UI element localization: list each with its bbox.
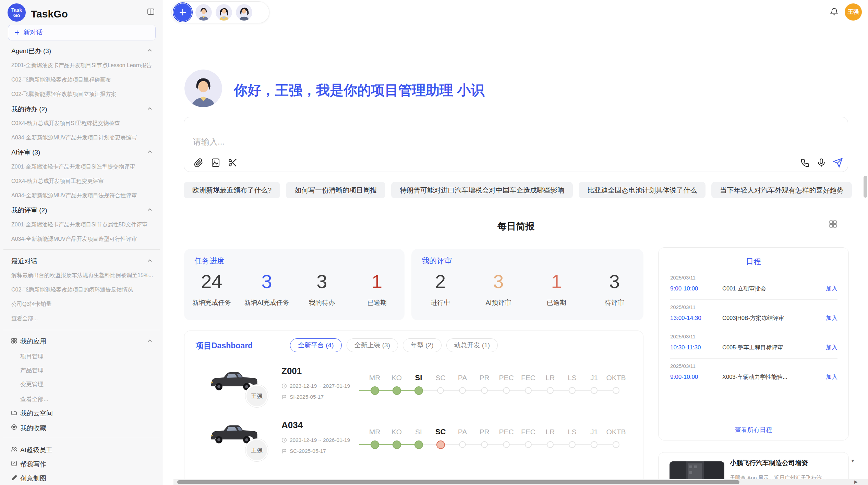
chevron-up-icon[interactable] — [147, 47, 153, 53]
sidebar-item[interactable]: Z001-全新燃油轻卡产品开发项目SI节点属性5D文件评审 — [11, 221, 156, 228]
logo-text-bottom: Go — [13, 13, 20, 18]
sidebar-item[interactable]: A034-全新新能源MUV产品开发项目造型可行性评审 — [11, 236, 156, 243]
section-recent-chats-header[interactable]: 最近对话 — [11, 257, 142, 266]
screenshot-icon[interactable] — [210, 158, 221, 168]
schedule-date: 2025/03/11 — [670, 275, 837, 281]
join-link[interactable]: 加入 — [826, 314, 837, 322]
stat-value: 3 — [294, 270, 350, 294]
pen-icon — [11, 474, 17, 481]
chat-input[interactable] — [193, 137, 707, 147]
join-link[interactable]: 加入 — [826, 344, 837, 351]
app-item-change-mgmt[interactable]: 变更管理 — [20, 380, 44, 388]
chevron-up-icon[interactable] — [147, 105, 153, 112]
milestone-dot — [503, 441, 510, 448]
section-my-review-header[interactable]: 我的评审 (2) — [11, 206, 142, 215]
milestone-label: MR — [364, 373, 386, 382]
schedule-date: 2025/03/11 — [670, 363, 837, 369]
creative-drawing[interactable]: 创意制图 — [20, 474, 46, 483]
layout-grid-icon[interactable] — [829, 220, 837, 228]
scroll-right-arrow-icon[interactable]: ▶ — [854, 479, 858, 484]
milestone-label: OKTB — [605, 427, 627, 436]
recent-chat-item[interactable]: C02-飞腾新能源轻客改款项目的闭环通告反馈情况 — [11, 286, 156, 294]
recent-chat-item[interactable]: 解释最新出台的欧盟报废车法规再生塑料比例被调至15%... — [11, 272, 156, 279]
join-link[interactable]: 加入 — [826, 373, 837, 381]
tab-upfit[interactable]: 全新上装 (3) — [347, 338, 398, 352]
milestone-dot — [371, 440, 379, 449]
sidebar-item[interactable]: Z001-全新燃油皮卡产品开发项目SI节点Lesson Learn报告 — [11, 62, 156, 69]
recent-chats-view-all[interactable]: 查看全部... — [11, 315, 156, 322]
milestone-dot — [591, 387, 598, 394]
suggestion-chip[interactable]: 特朗普可能对进口汽车增税会对中国车企造成哪些影响 — [391, 182, 573, 198]
schedule-entry: 2025/03/11 13:00-14:30 C003|H0B-方案冻结评审 加… — [670, 300, 837, 329]
tab-model-year[interactable]: 年型 (2) — [403, 338, 442, 352]
milestone-dot — [481, 441, 488, 448]
milestone-label: LR — [539, 373, 561, 382]
agent-avatar-2[interactable] — [216, 4, 232, 21]
app-item-product-mgmt[interactable]: 产品管理 — [20, 366, 44, 374]
attach-icon[interactable] — [193, 158, 204, 168]
chevron-up-icon[interactable] — [147, 207, 153, 213]
schedule-date: 2025/03/11 — [670, 304, 837, 310]
stat-value: 1 — [528, 270, 586, 294]
tab-powertrain[interactable]: 动总开发 (1) — [446, 338, 498, 352]
suggestion-chip[interactable]: 欧洲新规最近颁布了什么? — [184, 182, 280, 198]
sidebar-item[interactable]: C0X4-动力总成开发项目工程变更评审 — [11, 178, 156, 185]
suggestion-chip[interactable]: 比亚迪全固态电池计划具体说了什么 — [579, 182, 706, 198]
project-name[interactable]: A034 — [281, 420, 303, 431]
chevron-up-icon[interactable] — [147, 258, 153, 264]
sidebar-item[interactable]: A034-全新新能源MUV产品开发项目计划变更表编写 — [11, 134, 156, 141]
view-all-schedule-link[interactable]: 查看所有日程 — [659, 426, 848, 434]
milestone-label: MR — [364, 427, 386, 436]
ai-super-staff[interactable]: AI超级员工 — [20, 446, 52, 455]
new-chat-button[interactable]: 新对话 — [8, 25, 156, 40]
milestone-label: FEC — [517, 373, 539, 382]
join-link[interactable]: 加入 — [826, 285, 837, 293]
agent-avatar-3[interactable] — [236, 4, 252, 21]
section-agent-done-header[interactable]: Agent已办 (3) — [11, 47, 142, 55]
assistant-avatar — [184, 70, 222, 107]
my-apps-header[interactable]: 我的应用 — [20, 337, 46, 346]
app-item-project-mgmt[interactable]: 项目管理 — [20, 352, 44, 360]
project-name[interactable]: Z001 — [281, 366, 302, 376]
sidebar-item[interactable]: C0X4-动力总成开发项目SI里程碑提交物检查 — [11, 120, 156, 127]
sidebar-item[interactable]: C02-飞腾新能源轻客改款项目里程碑画布 — [11, 76, 156, 84]
my-favorites[interactable]: 我的收藏 — [20, 424, 46, 433]
section-my-todo-header[interactable]: 我的待办 (2) — [11, 105, 142, 114]
vertical-scrollbar-thumb[interactable] — [864, 176, 867, 198]
section-ai-review-header[interactable]: AI评审 (3) — [11, 148, 142, 157]
milestone-dot — [459, 441, 466, 448]
horizontal-scrollbar-thumb[interactable] — [177, 480, 739, 484]
tab-platform[interactable]: 全新平台 (4) — [290, 338, 342, 352]
my-cloud-space[interactable]: 我的云空间 — [20, 409, 53, 418]
phone-icon[interactable] — [800, 158, 810, 168]
news-title: 小鹏飞行汽车制造公司增资 — [730, 459, 808, 468]
scissors-icon[interactable] — [228, 158, 238, 168]
agent-avatar-1[interactable] — [195, 4, 212, 21]
milestone-dot — [393, 440, 401, 449]
notification-bell-icon[interactable] — [830, 7, 839, 16]
suggestion-chip[interactable]: 如何写一份清晰的项目周报 — [286, 182, 385, 198]
mic-icon[interactable] — [816, 158, 827, 168]
plus-icon — [14, 30, 20, 35]
apps-view-all[interactable]: 查看全部... — [20, 395, 48, 403]
sidebar-item[interactable]: A034-全新新能源MUV产品开发项目法规符合性评审 — [11, 192, 156, 199]
recent-chat-item[interactable]: 公司Q3轻卡销量 — [11, 301, 156, 308]
chevron-up-icon[interactable] — [147, 149, 153, 155]
add-agent-button[interactable] — [174, 3, 192, 21]
stat-value: 3 — [469, 270, 527, 294]
scroll-down-arrow-icon[interactable]: ▼ — [851, 458, 855, 463]
chat-composer[interactable] — [184, 117, 848, 172]
sidebar-collapse-icon[interactable] — [147, 8, 155, 16]
suggestion-chip[interactable]: 当下年轻人对汽车外观有怎样的喜好趋势 — [711, 182, 852, 198]
sidebar-item[interactable]: C02-飞腾新能源轻客改款项目立项汇报方案 — [11, 91, 156, 98]
stat-overdue: 1 已逾期 — [349, 270, 405, 307]
milestone-dot — [613, 441, 619, 448]
user-avatar[interactable]: 王强 — [845, 3, 862, 21]
send-icon[interactable] — [833, 158, 843, 168]
milestone-label: PR — [473, 373, 495, 382]
chevron-up-icon[interactable] — [147, 338, 153, 344]
help-me-write[interactable]: 帮我写作 — [20, 460, 46, 469]
sidebar-item[interactable]: Z001-全新燃油轻卡产品开发项目SI造型提交物评审 — [11, 163, 156, 171]
stat-label: 新增完成任务 — [184, 298, 239, 307]
milestone-track: MR KO SI SC PA PR PEC FEC LR LS J1 OKTB — [364, 373, 627, 396]
